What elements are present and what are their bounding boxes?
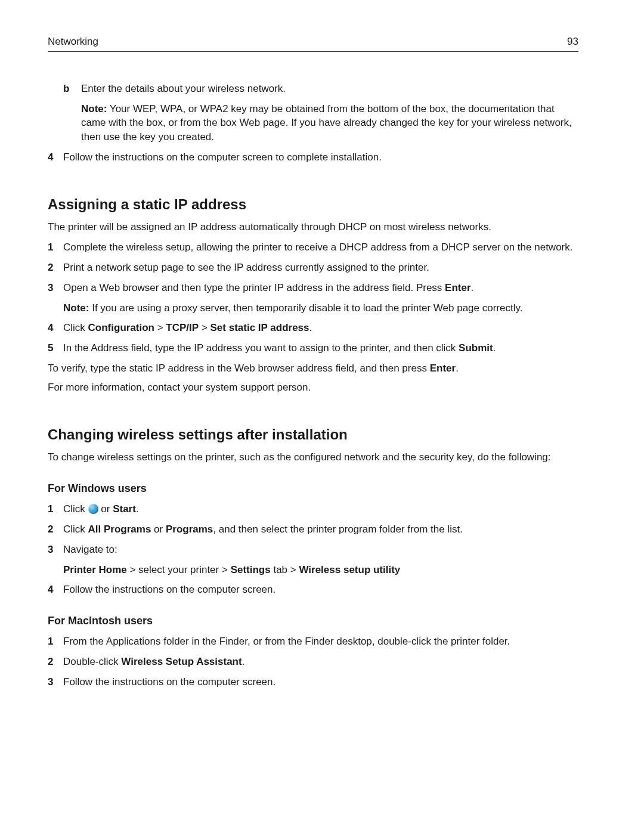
step-number: 3 (48, 281, 63, 295)
text-fragment: . (456, 363, 459, 374)
step-number: 2 (48, 655, 63, 669)
step-body: From the Applications folder in the Find… (63, 634, 578, 649)
step-body: Follow the instructions on the computer … (63, 150, 578, 165)
step-body: Double‑click Wireless Setup Assistant. (63, 655, 578, 669)
win-step-1: 1 Click or Start. (48, 502, 578, 516)
text-fragment: or (151, 524, 166, 535)
bold-set-static: Set static IP address (210, 322, 309, 333)
bold-printer-home: Printer Home (63, 564, 127, 575)
win-step-4: 4 Follow the instructions on the compute… (48, 583, 578, 597)
mac-step-2-text: Double‑click Wireless Setup Assistant. (63, 655, 578, 669)
text-fragment: In the Address field, type the IP addres… (63, 342, 459, 354)
section-title-changing: Changing wireless settings after install… (48, 425, 578, 445)
header-page-number: 93 (567, 35, 578, 49)
static-step-5-text: In the Address field, type the IP addres… (63, 341, 578, 355)
win-step-4-text: Follow the instructions on the computer … (63, 583, 578, 597)
subhead-windows: For Windows users (48, 481, 578, 496)
substep-marker: b (63, 82, 81, 96)
text-fragment: tab > (271, 564, 299, 575)
win-step-2: 2 Click All Programs or Programs, and th… (48, 522, 578, 537)
step-body: Follow the instructions on the computer … (63, 675, 578, 689)
note-text: If you are using a proxy server, then te… (89, 302, 522, 314)
step-body: Click Configuration > TCP/IP > Set stati… (63, 321, 578, 335)
step-number: 5 (48, 341, 63, 355)
bold-wireless-setup-assistant: Wireless Setup Assistant (121, 656, 242, 667)
breadcrumb-sep: > (199, 322, 210, 333)
step-body: Click All Programs or Programs, and then… (63, 522, 578, 537)
text-fragment: . (309, 322, 312, 333)
text-fragment: . (493, 342, 496, 354)
win-step-3: 3 Navigate to: Printer Home > select you… (48, 543, 578, 577)
step-body: Navigate to: Printer Home > select your … (63, 543, 578, 577)
step-4-text: Follow the instructions on the computer … (63, 150, 578, 165)
lettered-sublist: b Enter the details about your wireless … (63, 82, 578, 144)
text-fragment: Click (63, 524, 88, 535)
section-title-static-ip: Assigning a static IP address (48, 194, 578, 215)
static-step-4-text: Click Configuration > TCP/IP > Set stati… (63, 321, 578, 335)
substep-b-note: Note: Your WEP, WPA, or WPA2 key may be … (81, 102, 578, 144)
text-fragment: > select your printer > (127, 564, 231, 575)
text-fragment: , and then select the printer program fo… (213, 524, 463, 535)
bold-tcpip: TCP/IP (166, 322, 199, 333)
running-header: Networking 93 (48, 35, 578, 52)
mac-step-1: 1 From the Applications folder in the Fi… (48, 634, 578, 649)
bold-wireless-setup-utility: Wireless setup utility (299, 564, 400, 575)
static-step-1: 1 Complete the wireless setup, allowing … (48, 240, 578, 255)
step-number: 1 (48, 634, 63, 649)
mac-step-1-text: From the Applications folder in the Find… (63, 634, 578, 649)
step-number: 4 (48, 583, 63, 597)
static-more-info: For more information, contact your syste… (48, 380, 578, 395)
bold-programs: Programs (166, 524, 213, 535)
step-number: 2 (48, 522, 63, 537)
win-step-2-text: Click All Programs or Programs, and then… (63, 522, 578, 537)
step-number: 4 (48, 150, 63, 165)
bold-submit: Submit (459, 342, 493, 354)
text-fragment: . (136, 503, 139, 515)
static-step-3-text: Open a Web browser and then type the pri… (63, 281, 578, 295)
document-page: Networking 93 b Enter the details about … (0, 0, 644, 833)
static-ip-intro: The printer will be assigned an IP addre… (48, 220, 578, 234)
text-fragment: Double‑click (63, 656, 121, 667)
step-body: In the Address field, type the IP addres… (63, 341, 578, 355)
bold-settings: Settings (231, 564, 271, 575)
cont-step-list: 4 Follow the instructions on the compute… (48, 150, 578, 165)
note-label: Note: (63, 302, 89, 314)
step-number: 1 (48, 502, 63, 516)
text-fragment: Click (63, 322, 88, 333)
step-number: 4 (48, 321, 63, 335)
text-fragment: Click (63, 503, 88, 515)
continuation-block: b Enter the details about your wireless … (63, 82, 578, 144)
static-verify: To verify, type the static IP address in… (48, 361, 578, 376)
windows-start-orb-icon (88, 504, 98, 514)
step-number: 1 (48, 240, 63, 255)
mac-step-3: 3 Follow the instructions on the compute… (48, 675, 578, 689)
substep-b: b Enter the details about your wireless … (63, 82, 578, 144)
mac-step-2: 2 Double‑click Wireless Setup Assistant. (48, 655, 578, 669)
text-fragment: . (471, 282, 474, 293)
step-number: 2 (48, 261, 63, 275)
bold-enter: Enter (430, 363, 456, 374)
text-fragment: To verify, type the static IP address in… (48, 363, 430, 374)
static-step-2-text: Print a network setup page to see the IP… (63, 261, 578, 275)
substep-body: Enter the details about your wireless ne… (81, 82, 578, 144)
static-step-4: 4 Click Configuration > TCP/IP > Set sta… (48, 321, 578, 335)
step-number: 3 (48, 543, 63, 557)
win-step-3-path: Printer Home > select your printer > Set… (63, 563, 578, 577)
bold-enter: Enter (445, 282, 470, 293)
static-step-5: 5 In the Address field, type the IP addr… (48, 341, 578, 355)
note-text: Your WEP, WPA, or WPA2 key may be obtain… (81, 103, 572, 143)
step-4: 4 Follow the instructions on the compute… (48, 150, 578, 165)
text-fragment: or (98, 503, 113, 515)
subhead-macintosh: For Macintosh users (48, 614, 578, 628)
header-section: Networking (48, 35, 98, 49)
breadcrumb-sep: > (154, 322, 166, 333)
step-body: Complete the wireless setup, allowing th… (63, 240, 578, 255)
step-body: Open a Web browser and then type the pri… (63, 281, 578, 315)
changing-intro: To change wireless settings on the print… (48, 450, 578, 465)
static-step-3-note: Note: If you are using a proxy server, t… (63, 301, 578, 315)
text-fragment: Open a Web browser and then type the pri… (63, 282, 445, 293)
step-body: Follow the instructions on the computer … (63, 583, 578, 597)
bold-start: Start (113, 503, 136, 515)
mac-step-3-text: Follow the instructions on the computer … (63, 675, 578, 689)
substep-b-text: Enter the details about your wireless ne… (81, 82, 578, 96)
